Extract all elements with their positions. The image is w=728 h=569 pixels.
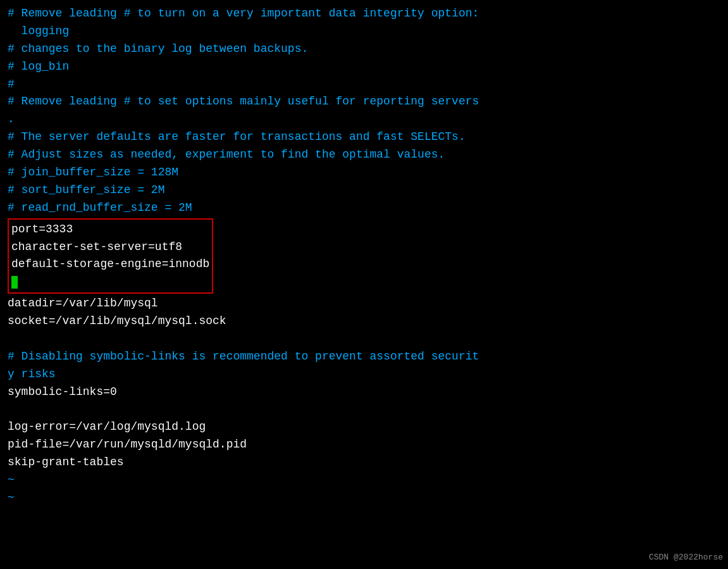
- line-8: # The server defaults are faster for tra…: [8, 128, 720, 146]
- line-datadir: datadir=/var/lib/mysql: [8, 295, 720, 313]
- line-pidfile: pid-file=/var/run/mysqld/mysqld.pid: [8, 436, 720, 454]
- config-charset: character-set-server=utf8: [11, 239, 209, 256]
- line-4: # log_bin: [8, 58, 720, 76]
- line-skipgrant: skip-grant-tables: [8, 454, 720, 472]
- line-7: .: [8, 111, 720, 128]
- line-2: logging: [8, 23, 720, 41]
- config-storage: default-storage-engine=innodb: [11, 256, 209, 273]
- watermark: CSDN @2022horse: [649, 551, 723, 564]
- line-empty2: [8, 401, 720, 419]
- highlighted-config-block: port=3333 character-set-server=utf8 defa…: [8, 218, 213, 294]
- line-1: # Remove leading # to turn on a very imp…: [8, 5, 720, 23]
- line-11: # sort_buffer_size = 2M: [8, 182, 720, 199]
- config-port: port=3333: [11, 221, 209, 239]
- line-symlinks: symbolic-links=0: [8, 384, 720, 401]
- line-6: # Remove leading # to set options mainly…: [8, 93, 720, 111]
- line-symlinks-comment2: y risks: [8, 366, 720, 384]
- cursor-line: [11, 273, 209, 291]
- editor-container: # Remove leading # to turn on a very imp…: [0, 0, 728, 569]
- line-empty1: [8, 330, 720, 348]
- line-socket: socket=/var/lib/mysql/mysql.sock: [8, 313, 720, 330]
- line-symlinks-comment: # Disabling symbolic-links is recommende…: [8, 348, 720, 366]
- line-3: # changes to the binary log between back…: [8, 41, 720, 58]
- line-logerror: log-error=/var/log/mysqld.log: [8, 418, 720, 436]
- line-tilde1: ~: [8, 472, 720, 489]
- line-9: # Adjust sizes as needed, experiment to …: [8, 146, 720, 164]
- text-cursor: [11, 276, 18, 289]
- line-tilde2: ~: [8, 489, 720, 507]
- line-5: #: [8, 76, 720, 94]
- line-10: # join_buffer_size = 128M: [8, 164, 720, 182]
- line-12: # read_rnd_buffer_size = 2M: [8, 199, 720, 217]
